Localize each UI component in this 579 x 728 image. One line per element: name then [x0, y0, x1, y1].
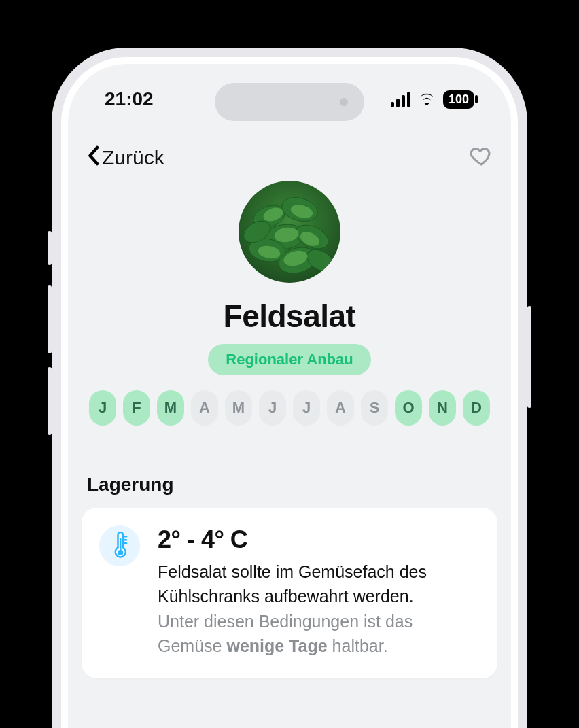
month-10: O — [395, 390, 422, 426]
back-label: Zurück — [102, 146, 164, 169]
section-title-storage: Lagerung — [87, 474, 497, 496]
power-button — [527, 306, 531, 408]
month-7: J — [293, 390, 320, 426]
volume-up-button — [48, 285, 52, 353]
favorite-button[interactable] — [469, 144, 493, 171]
storage-primary: Feldsalat sollte im Gemüsefach des Kühls… — [158, 562, 427, 606]
device-frame: 21:02 100 Zurück — [52, 48, 527, 728]
cellular-icon — [391, 92, 410, 107]
month-9: S — [361, 390, 388, 426]
month-1: J — [89, 390, 116, 426]
thermometer-icon — [99, 525, 140, 566]
status-time: 21:02 — [105, 88, 154, 110]
storage-card: 2° - 4° C Feldsalat sollte im Gemüsefach… — [82, 508, 497, 678]
storage-temperature: 2° - 4° C — [158, 525, 480, 554]
month-6: J — [259, 390, 286, 426]
month-5: M — [225, 390, 252, 426]
storage-secondary-post: haltbar. — [328, 636, 388, 655]
month-3: M — [157, 390, 184, 426]
storage-secondary-bold: wenige Tage — [226, 636, 327, 655]
hero: Feldsalat Regionaler Anbau JFMAMJJASOND — [82, 174, 497, 449]
wifi-icon — [417, 88, 436, 110]
storage-description: Feldsalat sollte im Gemüsefach des Kühls… — [158, 559, 480, 658]
battery-level: 100 — [449, 92, 469, 107]
heart-icon — [469, 159, 493, 171]
nav-bar: Zurück — [82, 139, 497, 174]
back-button[interactable]: Zurück — [86, 145, 164, 171]
screen: 21:02 100 Zurück — [68, 64, 511, 728]
month-11: N — [429, 390, 456, 426]
month-2: F — [123, 390, 150, 426]
battery-icon: 100 — [443, 90, 474, 109]
months-row: JFMAMJJASOND — [89, 390, 490, 426]
month-12: D — [463, 390, 490, 426]
month-8: A — [327, 390, 354, 426]
region-tag: Regionaler Anbau — [208, 344, 370, 375]
item-image — [239, 181, 340, 283]
item-title: Feldsalat — [224, 298, 356, 334]
volume-down-button — [48, 367, 52, 435]
month-4: A — [191, 390, 218, 426]
status-bar: 21:02 100 — [68, 88, 511, 110]
side-button — [48, 231, 52, 265]
chevron-left-icon — [86, 145, 101, 171]
